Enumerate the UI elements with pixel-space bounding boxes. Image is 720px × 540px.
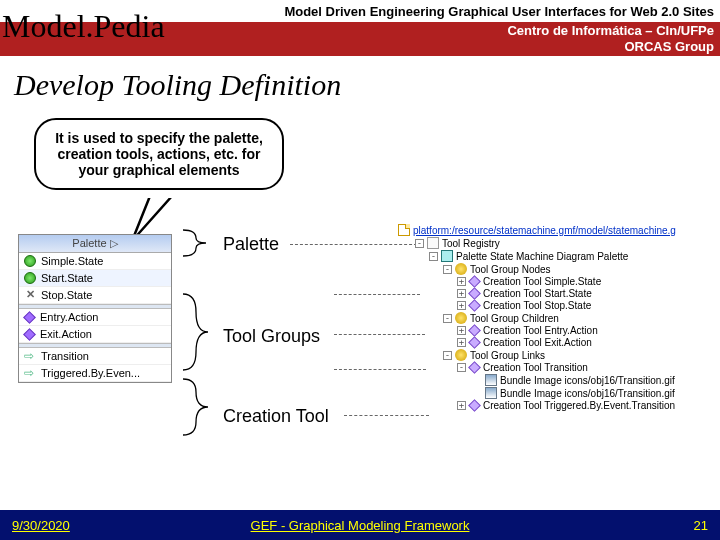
palette-item-label: Triggered.By.Even... bbox=[41, 367, 140, 379]
tree-item[interactable]: -Tool Group Links bbox=[398, 349, 698, 362]
tree-item[interactable]: -Creation Tool Transition bbox=[398, 362, 698, 374]
content-area: Palette ▷ Simple.StateStart.State✕Stop.S… bbox=[18, 234, 706, 484]
expand-icon[interactable]: + bbox=[457, 326, 466, 335]
brace-icon bbox=[178, 377, 218, 437]
state-icon bbox=[24, 255, 36, 267]
expand-icon[interactable]: + bbox=[457, 301, 466, 310]
img-icon bbox=[485, 374, 497, 386]
brace-icon bbox=[178, 292, 218, 372]
grp-icon bbox=[455, 263, 467, 275]
palette-header: Palette ▷ bbox=[19, 235, 171, 253]
expand-icon[interactable]: + bbox=[457, 289, 466, 298]
tree-root-label: platform:/resource/statemachine.gmf/mode… bbox=[413, 225, 676, 236]
expand-icon[interactable]: + bbox=[457, 401, 466, 410]
expand-icon[interactable]: + bbox=[457, 277, 466, 286]
palette-item[interactable]: ✕Stop.State bbox=[19, 287, 171, 304]
subhead-line1: Centro de Informática – CIn/UFPe bbox=[507, 23, 714, 39]
transition-icon: ⇨ bbox=[24, 350, 36, 362]
footer-title: GEF - Graphical Modeling Framework bbox=[251, 518, 470, 533]
tool-icon bbox=[468, 287, 481, 300]
tree-item-label: Bundle Image icons/obj16/Transition.gif bbox=[500, 388, 675, 399]
img-icon bbox=[485, 387, 497, 399]
tree-item-label: Tool Group Nodes bbox=[470, 264, 551, 275]
stop-icon: ✕ bbox=[24, 289, 36, 301]
label-palette: Palette bbox=[223, 234, 279, 255]
brace-icon bbox=[178, 228, 218, 258]
tree-item[interactable]: +Creation Tool Entry.Action bbox=[398, 325, 698, 337]
tree-item-label: Tool Group Links bbox=[470, 350, 545, 361]
palette-item-label: Exit.Action bbox=[40, 328, 92, 340]
grp-icon bbox=[455, 312, 467, 324]
palette-item-label: Transition bbox=[41, 350, 89, 362]
action-icon bbox=[23, 311, 36, 324]
header-topline: Model Driven Engineering Graphical User … bbox=[284, 4, 714, 19]
tree-item[interactable]: -Tool Registry bbox=[398, 237, 698, 250]
expand-icon[interactable]: + bbox=[457, 338, 466, 347]
palette-item[interactable]: Simple.State bbox=[19, 253, 171, 270]
action-icon bbox=[23, 328, 36, 341]
pal-icon bbox=[441, 250, 453, 262]
state-icon bbox=[24, 272, 36, 284]
document-icon bbox=[398, 224, 410, 236]
collapse-icon[interactable]: - bbox=[443, 265, 452, 274]
tree-item[interactable]: Bundle Image icons/obj16/Transition.gif bbox=[398, 374, 698, 387]
tree-item[interactable]: +Creation Tool Stop.State bbox=[398, 300, 698, 312]
tree-item-label: Creation Tool Exit.Action bbox=[483, 337, 592, 348]
collapse-icon[interactable]: - bbox=[457, 363, 466, 372]
palette-item-label: Entry.Action bbox=[40, 311, 99, 323]
tree-item[interactable]: +Creation Tool Start.State bbox=[398, 288, 698, 300]
tree-item[interactable]: Bundle Image icons/obj16/Transition.gif bbox=[398, 387, 698, 400]
footer-date: 9/30/2020 bbox=[12, 518, 70, 533]
palette-item[interactable]: ⇨Triggered.By.Even... bbox=[19, 365, 171, 382]
slide-header: Model Driven Engineering Graphical User … bbox=[0, 0, 720, 58]
palette-header-label: Palette bbox=[72, 237, 106, 249]
tree-item-label: Creation Tool Simple.State bbox=[483, 276, 601, 287]
reg-icon bbox=[427, 237, 439, 249]
palette-item[interactable]: Entry.Action bbox=[19, 309, 171, 326]
palette-item[interactable]: Exit.Action bbox=[19, 326, 171, 343]
callout-bubble: It is used to specify the palette, creat… bbox=[34, 118, 284, 190]
collapse-icon[interactable]: - bbox=[443, 314, 452, 323]
tree-item-label: Tool Registry bbox=[442, 238, 500, 249]
subhead-line2: ORCAS Group bbox=[507, 39, 714, 55]
label-tool-groups: Tool Groups bbox=[223, 326, 320, 347]
connector-line bbox=[344, 415, 429, 416]
palette-item[interactable]: Start.State bbox=[19, 270, 171, 287]
slide-title: Develop Tooling Definition bbox=[14, 68, 720, 102]
tool-icon bbox=[468, 336, 481, 349]
tree-item-label: Bundle Image icons/obj16/Transition.gif bbox=[500, 375, 675, 386]
tree-item[interactable]: -Tool Group Nodes bbox=[398, 263, 698, 276]
tool-icon bbox=[468, 299, 481, 312]
palette-item-label: Stop.State bbox=[41, 289, 92, 301]
tree-item-label: Creation Tool Entry.Action bbox=[483, 325, 598, 336]
palette-item-label: Start.State bbox=[41, 272, 93, 284]
palette-item-label: Simple.State bbox=[41, 255, 103, 267]
tool-icon bbox=[468, 275, 481, 288]
palette-item[interactable]: ⇨Transition bbox=[19, 348, 171, 365]
tool-icon bbox=[468, 399, 481, 412]
collapse-icon[interactable]: - bbox=[415, 239, 424, 248]
slide-footer: 9/30/2020 GEF - Graphical Modeling Frame… bbox=[0, 510, 720, 540]
tree-item[interactable]: +Creation Tool Triggered.By.Event.Transi… bbox=[398, 400, 698, 412]
tree-item[interactable]: -Tool Group Children bbox=[398, 312, 698, 325]
footer-page: 21 bbox=[694, 518, 708, 533]
header-subhead: Centro de Informática – CIn/UFPe ORCAS G… bbox=[507, 23, 714, 54]
tree-item[interactable]: +Creation Tool Exit.Action bbox=[398, 337, 698, 349]
tree-root[interactable]: platform:/resource/statemachine.gmf/mode… bbox=[398, 224, 698, 237]
tree-item-label: Creation Tool Transition bbox=[483, 362, 588, 373]
tool-icon bbox=[468, 324, 481, 337]
tree-panel: platform:/resource/statemachine.gmf/mode… bbox=[398, 224, 698, 412]
collapse-icon[interactable]: - bbox=[429, 252, 438, 261]
tree-item-label: Creation Tool Stop.State bbox=[483, 300, 591, 311]
tree-item-label: Creation Tool Start.State bbox=[483, 288, 592, 299]
tree-item-label: Tool Group Children bbox=[470, 313, 559, 324]
tree-item[interactable]: +Creation Tool Simple.State bbox=[398, 276, 698, 288]
grp-icon bbox=[455, 349, 467, 361]
tree-item-label: Creation Tool Triggered.By.Event.Transit… bbox=[483, 400, 675, 411]
tree-item-label: Palette State Machine Diagram Palette bbox=[456, 251, 628, 262]
transition-icon: ⇨ bbox=[24, 367, 36, 379]
collapse-icon[interactable]: - bbox=[443, 351, 452, 360]
tool-icon bbox=[468, 361, 481, 374]
palette-panel: Palette ▷ Simple.StateStart.State✕Stop.S… bbox=[18, 234, 172, 383]
tree-item[interactable]: -Palette State Machine Diagram Palette bbox=[398, 250, 698, 263]
